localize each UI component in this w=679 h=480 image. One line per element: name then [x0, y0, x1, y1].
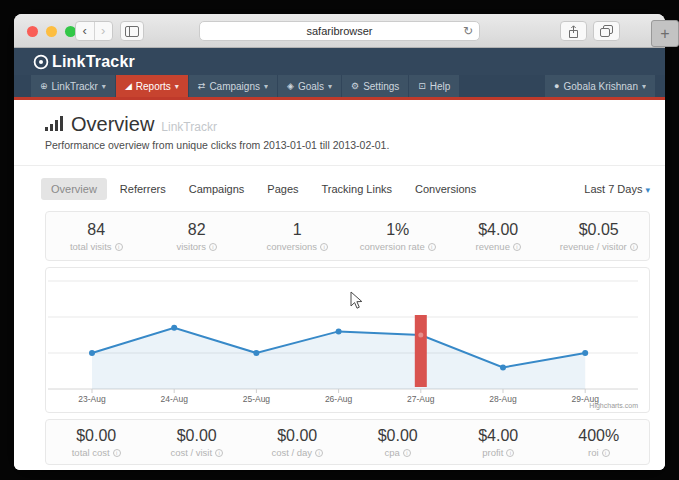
x-axis-label: 23-Aug — [78, 394, 106, 404]
chevron-down-icon: ▾ — [328, 82, 332, 91]
stat-label: conversions — [247, 241, 348, 252]
stat-total-visits: 84total visits — [46, 221, 147, 252]
app-logo[interactable]: LinkTrackr — [33, 53, 135, 71]
stat-revenue: $4.00revenue — [448, 221, 549, 252]
info-icon[interactable] — [115, 243, 123, 251]
diamond-icon: ◈ — [287, 81, 294, 91]
tab-referrers[interactable]: Referrers — [110, 178, 176, 200]
stat-value: $4.00 — [448, 427, 549, 445]
stat-value: 84 — [46, 221, 147, 239]
chevron-down-icon: ▾ — [264, 82, 268, 91]
stat-value: $0.05 — [549, 221, 650, 239]
info-icon[interactable] — [209, 243, 217, 251]
info-icon[interactable] — [428, 243, 436, 251]
stat-value: 1% — [348, 221, 449, 239]
stat-label-text: revenue / visitor — [560, 241, 627, 252]
x-axis-label: 24-Aug — [160, 394, 188, 404]
x-axis-label: 25-Aug — [243, 394, 271, 404]
wrench-icon: ⚙ — [351, 81, 359, 91]
data-point — [89, 350, 95, 356]
stat-cost-visit: $0.00cost / visit — [147, 427, 248, 458]
tab-pages[interactable]: Pages — [257, 178, 308, 200]
user-icon: ● — [554, 81, 559, 91]
stat-label-text: conversion rate — [360, 241, 425, 252]
stat-label-text: cost / visit — [170, 447, 212, 458]
linktrackr-logo-icon — [33, 54, 49, 70]
stat-profit: $4.00profit — [448, 427, 549, 458]
sidebar-toggle-button[interactable] — [120, 21, 144, 41]
forward-button[interactable]: › — [95, 22, 113, 40]
tab-campaigns[interactable]: Campaigns — [179, 178, 255, 200]
show-tabs-button[interactable] — [593, 21, 620, 41]
traffic-lights — [27, 26, 76, 37]
info-icon[interactable] — [215, 449, 223, 457]
tab-conversions[interactable]: Conversions — [405, 178, 486, 200]
back-button[interactable]: ‹ — [76, 22, 95, 40]
stat-cpa: $0.00cpa — [348, 427, 449, 458]
user-menu[interactable]: ●Gobala Krishnan▾ — [545, 75, 655, 97]
nav-item-settings[interactable]: ⚙Settings — [342, 75, 408, 97]
shuffle-icon: ⇄ — [198, 81, 206, 91]
main-nav: ⊕LinkTrackr▾◢Reports▾⇄Campaigns▾◈Goals▾⚙… — [14, 75, 665, 100]
nav-item-help[interactable]: ⊡Help — [409, 75, 459, 97]
chevron-down-icon: ▾ — [642, 82, 646, 91]
info-icon[interactable] — [315, 449, 323, 457]
chart-credit: Highcharts.com — [589, 402, 638, 410]
page-content: Overview LinkTrackr Performance overview… — [14, 100, 665, 470]
page-title: Overview LinkTrackr — [45, 113, 650, 136]
stat-label: total visits — [46, 241, 147, 252]
stat-value: $4.00 — [448, 221, 549, 239]
stat-value: 400% — [549, 427, 650, 445]
info-icon[interactable] — [113, 449, 121, 457]
stat-label-text: cost / day — [271, 447, 312, 458]
app-logo-text: LinkTrackr — [52, 53, 135, 71]
address-text: safaribrowser — [306, 25, 372, 37]
screenshot-frame: + ‹ › safaribrowser ↻ — [0, 0, 679, 480]
info-icon[interactable] — [403, 449, 411, 457]
stat-label: cost / visit — [147, 447, 248, 458]
stat-label: total cost — [46, 447, 147, 458]
info-icon[interactable] — [630, 243, 638, 251]
info-icon[interactable] — [602, 449, 610, 457]
tab-overview[interactable]: Overview — [41, 178, 107, 200]
history-buttons: ‹ › — [75, 21, 113, 41]
data-point — [582, 350, 588, 356]
info-icon[interactable] — [320, 243, 328, 251]
nav-item-reports[interactable]: ◢Reports▾ — [116, 75, 188, 97]
share-button[interactable] — [560, 21, 587, 41]
stat-label-text: total visits — [70, 241, 112, 252]
nav-item-label: Goals — [298, 81, 324, 92]
address-bar[interactable]: safaribrowser ↻ — [199, 21, 480, 41]
visits-chart[interactable]: 23-Aug24-Aug25-Aug26-Aug27-Aug28-Aug29-A… — [46, 268, 649, 412]
stat-conversions: 1conversions — [247, 221, 348, 252]
minimize-window-button[interactable] — [46, 26, 57, 37]
nav-item-label: Reports — [136, 81, 171, 92]
stat-value: 1 — [247, 221, 348, 239]
info-icon[interactable] — [506, 449, 514, 457]
stat-label: roi — [549, 447, 650, 458]
x-axis-label: 28-Aug — [489, 394, 517, 404]
stat-label-text: profit — [482, 447, 503, 458]
x-axis-label: 27-Aug — [407, 394, 435, 404]
stat-label-text: conversions — [266, 241, 317, 252]
stat-label-text: roi — [588, 447, 599, 458]
nav-item-goals[interactable]: ◈Goals▾ — [278, 75, 341, 97]
close-window-button[interactable] — [27, 26, 38, 37]
nav-item-label: Campaigns — [209, 81, 260, 92]
info-icon[interactable] — [513, 243, 521, 251]
stats-bottom-panel: $0.00total cost$0.00cost / visit$0.00cos… — [45, 419, 650, 465]
date-range-selector[interactable]: Last 7 Days ▾ — [584, 183, 650, 195]
new-tab-button[interactable]: + — [651, 20, 679, 47]
stat-label-text: revenue — [476, 241, 510, 252]
stat-label-text: total cost — [72, 447, 110, 458]
date-range-label: Last 7 Days — [584, 183, 642, 195]
nav-item-campaigns[interactable]: ⇄Campaigns▾ — [189, 75, 277, 97]
tab-tracking-links[interactable]: Tracking Links — [312, 178, 403, 200]
reload-icon[interactable]: ↻ — [463, 22, 473, 40]
stat-total-cost: $0.00total cost — [46, 427, 147, 458]
tab-overview-icon — [600, 25, 613, 37]
data-point — [171, 325, 177, 331]
nav-item-linktrackr[interactable]: ⊕LinkTrackr▾ — [31, 75, 115, 97]
stat-label: revenue — [448, 241, 549, 252]
chevron-down-icon: ▾ — [102, 82, 106, 91]
